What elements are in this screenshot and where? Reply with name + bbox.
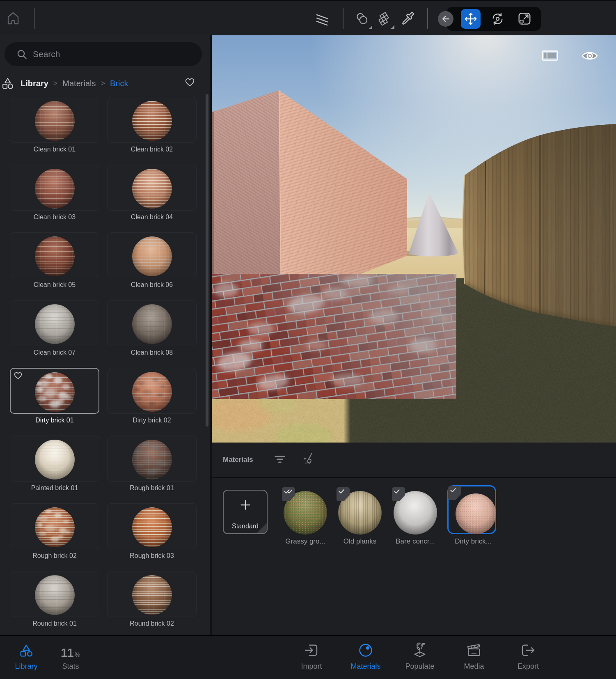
scale-tool-button[interactable] [518, 13, 531, 25]
nav-label: Import [301, 662, 322, 671]
shape-tool-button[interactable] [355, 11, 373, 30]
standard-material-button[interactable]: Standard [223, 490, 268, 534]
material-label: Dirty brick 01 [10, 417, 99, 424]
scene-material-chip[interactable]: Bare concr... [394, 491, 437, 534]
diagonal-lines-icon [316, 12, 328, 25]
material-label: Painted brick 01 [10, 484, 99, 492]
scene-materials-row: Standard Grassy gro...Old planksBare con… [212, 490, 616, 584]
material-sphere [132, 507, 172, 547]
material-thumbnail-card[interactable] [10, 436, 99, 482]
material-thumbnail-card[interactable] [107, 232, 197, 278]
move-tool-button[interactable] [461, 9, 481, 29]
scene-material-chip[interactable]: Dirty brick... [451, 489, 495, 538]
material-sphere [132, 101, 172, 141]
nav-import[interactable]: Import [283, 642, 340, 671]
material-sphere [35, 304, 75, 344]
material-label: Clean brick 07 [10, 349, 99, 356]
material-tile[interactable]: Dirty brick 01 [10, 368, 99, 425]
material-tile[interactable]: Clean brick 05 [10, 232, 99, 290]
nav-materials[interactable]: Materials [337, 642, 394, 671]
standard-label: Standard [232, 523, 259, 530]
populate-plants-icon [412, 642, 428, 659]
search-input[interactable]: Search [5, 42, 202, 66]
material-tile[interactable]: Clean brick 02 [107, 97, 197, 154]
material-thumbnail-card[interactable] [10, 232, 99, 278]
nav-label: Populate [405, 662, 434, 671]
material-thumbnail-card[interactable] [10, 368, 99, 414]
material-thumbnail-card[interactable] [107, 503, 197, 549]
scene-material-chip[interactable]: Grassy gro... [284, 491, 327, 534]
back-arrow-icon [441, 14, 450, 23]
material-thumbnail-card[interactable] [107, 571, 197, 617]
material-tool-button[interactable] [376, 11, 395, 30]
cleanup-button[interactable] [302, 452, 316, 467]
material-thumbnail-card[interactable] [10, 97, 99, 143]
breadcrumb-materials[interactable]: Materials [62, 79, 96, 88]
material-tile[interactable]: Round brick 01 [10, 571, 99, 629]
material-thumbnail-card[interactable] [10, 300, 99, 346]
material-sphere [35, 236, 75, 276]
material-tile[interactable]: Rough brick 03 [107, 503, 197, 561]
applied-check-badge [448, 486, 461, 500]
material-tile[interactable]: Rough brick 01 [107, 436, 197, 493]
material-tile[interactable]: Clean brick 08 [107, 300, 197, 358]
material-label: Rough brick 01 [107, 484, 197, 492]
material-tile[interactable]: Clean brick 04 [107, 165, 197, 222]
material-thumbnail-card[interactable] [10, 165, 99, 211]
weave-icon [376, 11, 395, 30]
material-thumbnail-card[interactable] [10, 503, 99, 549]
nav-media[interactable]: Media [445, 642, 503, 671]
material-label: Clean brick 08 [107, 349, 197, 356]
viewport-3d[interactable] [212, 35, 616, 443]
scale-icon [518, 13, 531, 25]
material-label: Rough brick 02 [10, 552, 99, 560]
breadcrumb-separator: > [101, 79, 105, 88]
material-tile[interactable]: Painted brick 01 [10, 436, 99, 493]
nav-label: Export [518, 662, 539, 671]
material-tile[interactable]: Rough brick 02 [10, 503, 99, 561]
search-icon [17, 49, 27, 60]
material-thumbnail-card[interactable] [107, 165, 197, 211]
material-thumbnail-card[interactable] [10, 571, 99, 617]
back-button[interactable] [438, 11, 453, 27]
material-tile[interactable]: Clean brick 06 [107, 232, 197, 290]
material-thumbnail-card[interactable] [107, 368, 197, 414]
breadcrumb-library[interactable]: Library [21, 79, 48, 88]
material-tile[interactable]: Round brick 02 [107, 571, 197, 629]
rotate-tool-button[interactable] [491, 12, 504, 26]
material-thumbnail-card[interactable] [107, 300, 197, 346]
panel-layout-icon [542, 50, 558, 61]
material-sphere [35, 372, 75, 412]
sidebar-scrollbar[interactable] [206, 94, 208, 427]
panel-toggle-button[interactable] [542, 50, 558, 62]
breadcrumb-brick[interactable]: Brick [110, 79, 128, 88]
material-tile[interactable]: Clean brick 07 [10, 300, 99, 358]
move-icon [464, 12, 477, 25]
breadcrumb-separator: > [53, 79, 58, 88]
material-tile[interactable]: Dirty brick 02 [107, 368, 197, 425]
nav-stats[interactable]: 11% Stats [42, 642, 99, 671]
favorite-heart-icon[interactable] [14, 372, 22, 381]
rotate-icon [491, 12, 504, 26]
nav-label: Stats [62, 662, 79, 671]
material-sphere [132, 236, 172, 276]
eyedropper-button[interactable] [401, 11, 415, 25]
section-plane-button[interactable] [316, 12, 329, 25]
material-tile[interactable]: Clean brick 03 [10, 165, 99, 222]
export-icon [521, 642, 536, 659]
material-thumbnail-card[interactable] [107, 97, 197, 143]
material-tile[interactable]: Clean brick 01 [10, 97, 99, 154]
home-button[interactable] [7, 11, 19, 25]
scene-material-chip[interactable]: Old planks [338, 491, 382, 534]
nav-populate[interactable]: Populate [391, 642, 449, 671]
import-icon [304, 642, 319, 659]
material-sphere [35, 440, 75, 479]
filter-button[interactable] [275, 455, 285, 464]
favorites-filter-button[interactable] [185, 78, 195, 88]
material-thumbnail-card[interactable] [107, 436, 197, 482]
visibility-button[interactable] [582, 51, 598, 62]
nav-export[interactable]: Export [499, 642, 557, 671]
nav-label: Materials [350, 662, 380, 671]
stats-value: 11% [61, 642, 80, 659]
materials-grid: Clean brick 01Clean brick 02Clean brick … [10, 97, 204, 629]
